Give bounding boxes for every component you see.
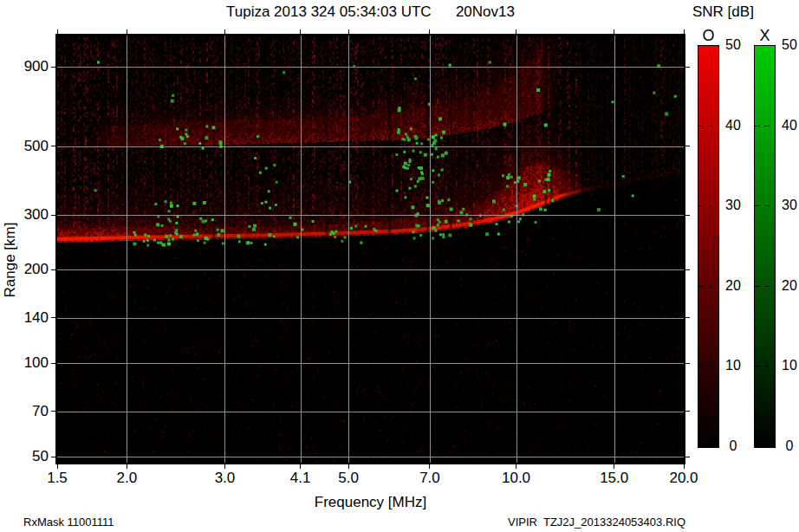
colorbar-tick-label: 10 [776,358,799,373]
y-tick-mark [685,457,690,457]
y-tick-label: 50 [0,448,49,465]
y-tick-mark [685,363,690,364]
x-tick-mark [57,464,58,469]
x-tick-label: 20.0 [656,470,711,487]
x-tick-mark [224,29,225,34]
ionogram-canvas [57,36,684,463]
x-tick-mark [684,464,685,469]
colorbar-tick-label: 30 [776,198,799,213]
rx-mask-note: RxMask 11001111 [23,516,114,529]
x-tick-mark [684,29,685,34]
colorbar-dash-tick [698,205,718,206]
colorbar-dash-tick [755,366,775,367]
x-tick-mark [348,464,349,469]
y-tick-mark [51,457,55,457]
x-tick-label: 7.0 [402,470,458,487]
x-tick-label: 3.0 [197,470,252,487]
y-tick-mark [51,411,55,412]
x-tick-label: 10.0 [489,470,544,487]
colorbar-dash-tick [755,286,775,287]
x-tick-mark [614,29,614,34]
y-tick-mark [51,363,55,364]
x-tick-mark [57,29,58,34]
y-tick-mark [685,67,690,68]
y-tick-label: 200 [0,261,49,278]
colorbar-tick-label: 40 [720,118,746,133]
y-tick-mark [51,67,55,68]
colorbar-x-header: X [754,27,776,45]
colorbar-tick-label: 50 [776,37,799,53]
colorbar-dash-tick [755,205,775,206]
x-tick-label: 15.0 [587,470,642,487]
colorbar-tick-label: 40 [776,118,799,133]
plot-title: Tupiza 2013 324 05:34:03 UTC 20Nov13 [55,3,685,21]
colorbar-title: SNR [dB] [692,3,796,21]
y-tick-label: 900 [0,58,49,75]
source-file-note: VIPIR TZJ2J_2013324053403.RIQ [381,516,685,529]
y-tick-mark [51,146,55,146]
x-tick-label: 4.1 [273,470,328,487]
y-tick-mark [51,269,55,270]
colorbar-dash-tick [755,126,775,127]
x-tick-mark [516,464,516,469]
x-tick-mark [429,29,430,34]
x-tick-label: 1.5 [29,470,85,487]
x-tick-mark [300,29,301,34]
y-tick-label: 300 [0,206,49,224]
y-tick-mark [51,317,55,318]
x-tick-mark [127,464,127,469]
colorbar-x-gradient [754,45,776,448]
x-tick-label: 2.0 [99,470,154,487]
y-tick-mark [685,269,690,270]
colorbar-dash-tick [698,126,718,127]
colorbar-tick-label: 10 [720,358,746,373]
colorbar-o-header: O [698,27,719,45]
y-tick-label: 500 [0,138,49,155]
x-tick-label: 5.0 [321,470,376,487]
x-tick-mark [614,464,614,469]
colorbar-tick-label: 0 [776,438,799,454]
x-tick-mark [127,29,127,34]
colorbar-dash-tick [698,286,718,287]
y-tick-mark [685,146,690,146]
x-tick-mark [224,464,225,469]
ionogram-plot-area [55,34,685,464]
y-tick-mark [685,317,690,318]
x-tick-mark [429,464,430,469]
colorbar-dash-tick [698,366,718,367]
x-tick-mark [300,464,301,469]
colorbar-tick-label: 20 [720,278,746,294]
x-tick-mark [348,29,349,34]
colorbar-tick-label: 0 [720,438,746,454]
y-tick-label: 100 [0,354,49,372]
y-tick-label: 70 [0,403,49,420]
y-tick-mark [685,215,690,216]
colorbar-o-gradient [698,45,719,448]
x-tick-mark [516,29,516,34]
ionogram-figure: Tupiza 2013 324 05:34:03 UTC 20Nov13 SNR… [0,0,799,532]
colorbar-tick-label: 30 [720,198,746,213]
y-tick-mark [51,215,55,216]
colorbar-tick-label: 50 [720,37,746,53]
colorbar-tick-label: 20 [776,278,799,294]
x-axis-label: Frequency [MHz] [55,494,685,511]
y-tick-label: 140 [0,309,49,327]
y-tick-mark [685,411,690,412]
